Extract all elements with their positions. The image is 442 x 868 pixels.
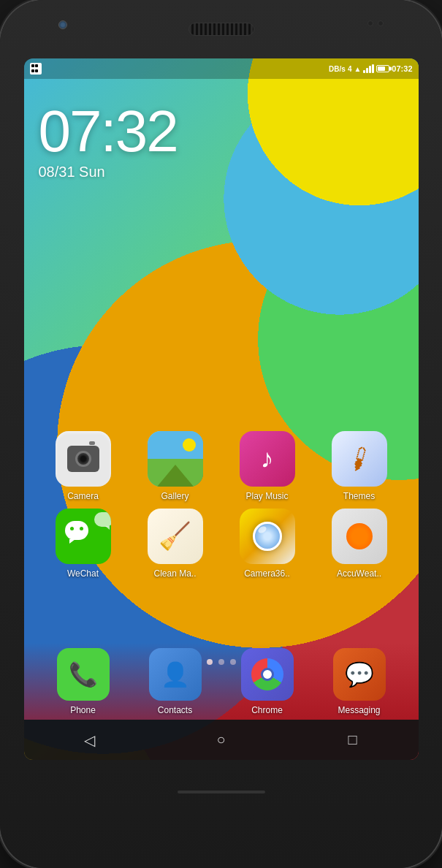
themes-icon: 🖌 [332,431,387,487]
app-grid: Camera Gallery ♪ [24,431,419,586]
status-bar: DB/s 4 ▲ 07:32 [24,58,419,79]
battery-fill [378,66,385,71]
phone-top-area [0,0,442,58]
camera-icon [56,431,111,487]
play-music-label: Play Music [245,491,288,501]
clean-master-icon: 🧹 [148,509,203,564]
wechat-eye-left [70,527,74,530]
messaging-bubble-icon: 💬 [345,660,374,688]
status-signal-text: DB/s [329,65,346,73]
wechat-eye-right [80,527,83,530]
wechat-bubble-secondary [94,512,111,527]
app-gallery[interactable]: Gallery [135,431,216,501]
accu-container [340,517,378,555]
camera-label: Camera [67,491,99,501]
app-camera[interactable]: Camera [43,431,123,501]
chrome-wheel-icon [251,658,283,690]
bb-dot [35,69,38,72]
recents-button[interactable]: □ [338,726,367,755]
messaging-dock-icon: 💬 [333,648,386,701]
camera-flash [89,441,95,445]
wechat-bubbles-container [65,521,102,552]
app-themes[interactable]: 🖌 Themes [319,431,400,501]
app-play-music[interactable]: ♪ Play Music [227,431,308,501]
camera-body [67,446,99,472]
contacts-person-icon: 👤 [161,660,190,688]
phone-dock-label: Phone [70,705,96,715]
phone-bottom [0,760,442,824]
dock-messaging[interactable]: 💬 Messaging [319,648,400,715]
camera-lens [75,451,91,467]
themes-label: Themes [343,491,375,501]
sensor-dot-1 [367,20,373,26]
messaging-dock-label: Messaging [338,705,380,715]
sensor-dot-2 [378,20,384,26]
phone-handset-icon: 📞 [69,660,98,688]
clock-time: 07:32 [39,102,178,161]
bb-icon [30,63,42,75]
signal-bar-4 [372,64,374,73]
front-camera [58,20,67,29]
paint-roller-icon: 🖌 [343,443,375,475]
wechat-bubble-main [65,521,88,540]
back-button[interactable]: ◁ [75,726,104,755]
home-icon: ○ [216,731,225,748]
gallery-mountain [157,465,194,487]
camera360-label: Camera36.. [244,568,290,579]
gallery-landscape [148,431,203,487]
play-music-icon: ♪ [240,431,295,487]
status-right: DB/s 4 ▲ 07:32 [329,64,412,73]
contacts-dock-label: Contacts [158,705,192,715]
wechat-label: WeChat [67,568,99,579]
signal-bar-2 [366,68,368,73]
signal-bar-3 [369,66,371,73]
app-row-2: WeChat 🧹 Clean Ma.. Camera [37,509,405,579]
accuweather-label: AccuWeat.. [337,568,381,579]
recents-icon: □ [348,731,357,748]
music-note-icon: ♪ [261,443,274,474]
status-left [30,63,42,75]
clean-master-label: Clean Ma.. [153,568,196,579]
broom-icon: 🧹 [159,521,191,552]
bb-dot [31,69,34,72]
bb-dot [35,64,38,67]
dock-contacts[interactable]: 👤 Contacts [135,648,216,715]
app-accuweather[interactable]: AccuWeat.. [319,509,400,579]
signal-bars [363,64,374,73]
dock-chrome[interactable]: Chrome [227,648,308,715]
dock-phone[interactable]: 📞 Phone [43,648,123,715]
app-camera360[interactable]: Camera36.. [227,509,308,579]
camera360-icon [240,509,295,564]
signal-bar-1 [363,70,365,73]
chrome-dock-icon [241,648,294,701]
speaker-grill [188,23,254,36]
app-wechat[interactable]: WeChat [43,509,123,579]
status-time: 07:32 [392,64,412,73]
app-row-1: Camera Gallery ♪ [37,431,405,501]
gallery-sun [183,438,196,452]
phone-dock-icon: 📞 [57,648,110,701]
chrome-dock-label: Chrome [251,705,283,715]
app-clean-master[interactable]: 🧹 Clean Ma.. [135,509,216,579]
nav-bar: ◁ ○ □ [24,720,419,760]
gallery-icon [148,431,203,487]
status-4g-icon: 4 [348,65,352,73]
home-button[interactable]: ○ [207,726,236,755]
dock-row: 📞 Phone 👤 Contacts Chrome [24,643,419,720]
phone-device: DB/s 4 ▲ 07:32 07:32 08/31 Sun [0,0,442,868]
bb-dot [31,64,34,67]
clock-date: 08/31 Sun [39,164,178,180]
accuweather-icon [332,509,387,564]
battery-icon [376,65,389,72]
back-icon: ◁ [84,731,95,749]
wechat-icon [56,509,111,564]
camera360-lens [253,522,282,551]
phone-screen: DB/s 4 ▲ 07:32 07:32 08/31 Sun [24,58,419,760]
home-indicator [178,791,265,793]
sensor-area [367,20,384,26]
accu-sun [346,523,373,549]
clock-widget: 07:32 08/31 Sun [39,102,178,180]
gallery-label: Gallery [161,491,188,501]
chrome-inner-circle [261,668,274,681]
contacts-dock-icon: 👤 [149,648,202,701]
